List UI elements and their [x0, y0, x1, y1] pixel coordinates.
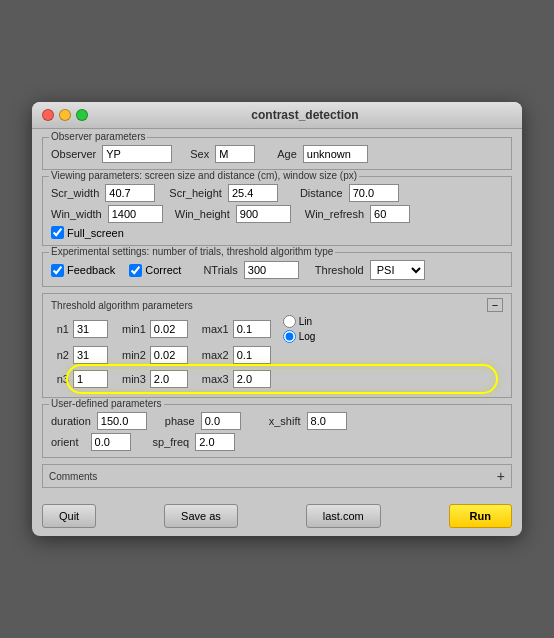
observer-input[interactable]: [102, 145, 172, 163]
n2-label: n2: [51, 349, 69, 361]
observer-section: Observer parameters Observer Sex Age: [42, 137, 512, 170]
n3-input[interactable]: [73, 370, 108, 388]
run-button[interactable]: Run: [449, 504, 512, 528]
window-title: contrast_detection: [98, 108, 512, 122]
user-row2: orient sp_freq: [51, 433, 503, 451]
save-as-button[interactable]: Save as: [164, 504, 238, 528]
win-refresh-input[interactable]: [370, 205, 410, 223]
age-input[interactable]: [303, 145, 368, 163]
comments-section: Comments +: [42, 464, 512, 488]
age-label: Age: [277, 148, 297, 160]
min1-input[interactable]: [150, 320, 188, 338]
feedback-label: Feedback: [67, 264, 115, 276]
fullscreen-label: Full_screen: [67, 227, 124, 239]
fullscreen-checkbox[interactable]: [51, 226, 64, 239]
win-row: Win_width Win_height Win_refresh: [51, 205, 503, 223]
xshift-label: x_shift: [269, 415, 301, 427]
threshold-select[interactable]: PSI Quest: [370, 260, 425, 280]
algo-row-n1: n1 min1 max1 Lin Log: [51, 315, 503, 343]
lin-radio-label[interactable]: Lin: [283, 315, 316, 328]
bottom-row: Quit Save as last.com Run: [32, 498, 522, 536]
maximize-button[interactable]: [76, 109, 88, 121]
correct-checkbox-label[interactable]: Correct: [129, 264, 181, 277]
orient-input[interactable]: [91, 433, 131, 451]
orient-label: orient: [51, 436, 79, 448]
algo-section-label: Threshold algorithm parameters: [51, 300, 193, 311]
win-refresh-label: Win_refresh: [305, 208, 364, 220]
algo-header: Threshold algorithm parameters −: [51, 298, 503, 312]
algo-row-n3: n3 min3 max3: [51, 367, 503, 391]
minus-button[interactable]: −: [487, 298, 503, 312]
spfreq-input[interactable]: [195, 433, 235, 451]
spfreq-label: sp_freq: [153, 436, 190, 448]
duration-input[interactable]: [97, 412, 147, 430]
fullscreen-checkbox-label[interactable]: Full_screen: [51, 226, 124, 239]
log-radio[interactable]: [283, 330, 296, 343]
close-button[interactable]: [42, 109, 54, 121]
last-com-button[interactable]: last.com: [306, 504, 381, 528]
scr-height-input[interactable]: [228, 184, 278, 202]
min1-label: min1: [122, 323, 146, 335]
min2-input[interactable]: [150, 346, 188, 364]
scr-width-input[interactable]: [105, 184, 155, 202]
plus-button[interactable]: +: [497, 468, 505, 484]
algo-row-n2: n2 min2 max2: [51, 346, 503, 364]
phase-label: phase: [165, 415, 195, 427]
experimental-row: Feedback Correct NTrials Threshold PSI Q…: [51, 260, 503, 280]
n2-input[interactable]: [73, 346, 108, 364]
duration-label: duration: [51, 415, 91, 427]
observer-label: Observer: [51, 148, 96, 160]
log-radio-label[interactable]: Log: [283, 330, 316, 343]
ntrials-label: NTrials: [203, 264, 237, 276]
user-section-label: User-defined parameters: [49, 398, 164, 409]
correct-checkbox[interactable]: [129, 264, 142, 277]
feedback-checkbox-label[interactable]: Feedback: [51, 264, 115, 277]
win-width-label: Win_width: [51, 208, 102, 220]
xshift-input[interactable]: [307, 412, 347, 430]
sex-label: Sex: [190, 148, 209, 160]
content-area: Observer parameters Observer Sex Age Vie…: [32, 129, 522, 498]
fullscreen-row: Full_screen: [51, 226, 503, 239]
win-height-input[interactable]: [236, 205, 291, 223]
max3-input[interactable]: [233, 370, 271, 388]
observer-row: Observer Sex Age: [51, 145, 503, 163]
max3-label: max3: [202, 373, 229, 385]
minimize-button[interactable]: [59, 109, 71, 121]
observer-section-label: Observer parameters: [49, 131, 147, 142]
max1-label: max1: [202, 323, 229, 335]
ntrials-input[interactable]: [244, 261, 299, 279]
sex-input[interactable]: [215, 145, 255, 163]
scr-height-label: Scr_height: [169, 187, 222, 199]
main-window: contrast_detection Observer parameters O…: [32, 102, 522, 536]
max2-label: max2: [202, 349, 229, 361]
min3-input[interactable]: [150, 370, 188, 388]
comments-label: Comments: [49, 471, 97, 482]
n1-input[interactable]: [73, 320, 108, 338]
distance-input[interactable]: [349, 184, 399, 202]
algo-section: Threshold algorithm parameters − n1 min1…: [42, 293, 512, 398]
experimental-section-label: Experimental settings: number of trials,…: [49, 246, 335, 257]
feedback-checkbox[interactable]: [51, 264, 64, 277]
lin-radio[interactable]: [283, 315, 296, 328]
max1-input[interactable]: [233, 320, 271, 338]
correct-label: Correct: [145, 264, 181, 276]
threshold-label: Threshold: [315, 264, 364, 276]
lin-log-group: Lin Log: [283, 315, 316, 343]
win-height-label: Win_height: [175, 208, 230, 220]
max2-input[interactable]: [233, 346, 271, 364]
viewing-section: Viewing parameters: screen size and dist…: [42, 176, 512, 246]
n1-label: n1: [51, 323, 69, 335]
experimental-section: Experimental settings: number of trials,…: [42, 252, 512, 287]
lin-label: Lin: [299, 316, 312, 327]
distance-label: Distance: [300, 187, 343, 199]
quit-button[interactable]: Quit: [42, 504, 96, 528]
scr-row: Scr_width Scr_height Distance: [51, 184, 503, 202]
log-label: Log: [299, 331, 316, 342]
win-width-input[interactable]: [108, 205, 163, 223]
min2-label: min2: [122, 349, 146, 361]
scr-width-label: Scr_width: [51, 187, 99, 199]
user-row1: duration phase x_shift: [51, 412, 503, 430]
phase-input[interactable]: [201, 412, 241, 430]
title-bar: contrast_detection: [32, 102, 522, 129]
traffic-lights: [42, 109, 88, 121]
